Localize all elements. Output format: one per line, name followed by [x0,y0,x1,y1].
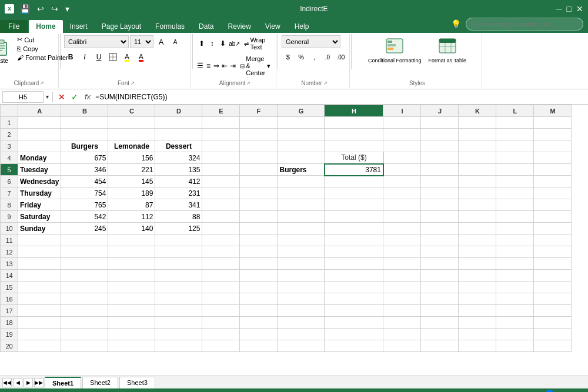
cell-k17[interactable] [459,305,496,317]
cell-m1[interactable] [534,117,572,129]
cell-k7[interactable] [459,187,496,199]
number-expand-icon[interactable]: ↗ [323,81,328,86]
formula-input[interactable] [95,91,586,103]
cell-i8[interactable] [383,199,421,211]
cell-b17[interactable] [61,305,108,317]
cell-l2[interactable] [496,129,534,140]
row-header-5[interactable]: 5 [1,164,18,176]
cell-f9[interactable] [240,211,278,223]
cell-k20[interactable] [459,340,496,352]
cell-d3[interactable]: Dessert [155,140,202,152]
tab-formulas[interactable]: Formulas [148,20,192,33]
cell-l9[interactable] [496,211,534,223]
cell-h18[interactable] [325,317,383,329]
number-format-select[interactable]: General Number Currency Percentage [282,35,340,48]
merge-center-button[interactable]: ⊟ Merge & Center ▾ [237,54,273,78]
cell-k12[interactable] [459,246,496,258]
cell-b19[interactable] [61,329,108,340]
tab-data[interactable]: Data [192,20,220,33]
cell-b1[interactable] [61,117,108,129]
cell-g17[interactable] [278,305,325,317]
cell-l10[interactable] [496,223,534,234]
cell-f10[interactable] [240,223,278,234]
cell-l16[interactable] [496,293,534,305]
alignment-expand-icon[interactable]: ↗ [246,81,250,86]
cell-j12[interactable] [421,246,459,258]
cell-b6[interactable]: 454 [61,176,108,187]
cell-a6[interactable]: Wednesday [18,176,61,187]
cell-k15[interactable] [459,282,496,293]
cell-h4[interactable]: Total ($) [325,152,383,164]
align-center-button[interactable]: ≡ [205,59,212,72]
cell-c7[interactable]: 189 [108,187,155,199]
cell-b7[interactable]: 754 [61,187,108,199]
cell-d4[interactable]: 324 [155,152,202,164]
cell-j1[interactable] [421,117,459,129]
cell-h20[interactable] [325,340,383,352]
cell-d1[interactable] [155,117,202,129]
cell-d19[interactable] [155,329,202,340]
cell-j10[interactable] [421,223,459,234]
tab-review[interactable]: Review [220,20,258,33]
cell-h7[interactable] [325,187,383,199]
align-bottom-button[interactable]: ⬇ [218,37,228,50]
cell-m13[interactable] [534,258,572,270]
cell-c6[interactable]: 145 [108,176,155,187]
cell-f15[interactable] [240,282,278,293]
cell-j13[interactable] [421,258,459,270]
cell-b11[interactable] [61,234,108,246]
cell-c2[interactable] [108,129,155,140]
sheet-nav-next[interactable]: ▶ [24,378,33,387]
cell-e4[interactable] [202,152,240,164]
cell-g16[interactable] [278,293,325,305]
cell-f5[interactable] [240,164,278,176]
paste-button[interactable]: Paste [0,35,14,65]
row-header-3[interactable]: 3 [1,140,18,152]
font-expand-icon[interactable]: ↗ [131,81,135,86]
align-middle-button[interactable]: ↕ [207,37,217,50]
cell-j2[interactable] [421,129,459,140]
cell-c19[interactable] [108,329,155,340]
cell-f16[interactable] [240,293,278,305]
cell-m15[interactable] [534,282,572,293]
cell-h14[interactable] [325,270,383,282]
cell-l14[interactable] [496,270,534,282]
cell-j8[interactable] [421,199,459,211]
close-button[interactable]: ✕ [576,4,583,14]
formula-cancel-button[interactable]: ✕ [56,92,67,102]
cell-b13[interactable] [61,258,108,270]
cell-i6[interactable] [383,176,421,187]
cell-e11[interactable] [202,234,240,246]
col-header-b[interactable]: B [61,105,108,117]
row-header-17[interactable]: 17 [1,305,18,317]
cell-h17[interactable] [325,305,383,317]
cell-i9[interactable] [383,211,421,223]
col-header-g[interactable]: G [278,105,325,117]
cell-i19[interactable] [383,329,421,340]
cell-d8[interactable]: 341 [155,199,202,211]
cell-e8[interactable] [202,199,240,211]
cell-f6[interactable] [240,176,278,187]
cell-b18[interactable] [61,317,108,329]
cell-k9[interactable] [459,211,496,223]
cell-e16[interactable] [202,293,240,305]
cell-c1[interactable] [108,117,155,129]
cell-k4[interactable] [459,152,496,164]
wrap-text-button[interactable]: ⇌ Wrap Text [241,35,273,52]
cell-b12[interactable] [61,246,108,258]
cell-j3[interactable] [421,140,459,152]
cell-e7[interactable] [202,187,240,199]
cell-g10[interactable] [278,223,325,234]
cell-k11[interactable] [459,234,496,246]
cell-i4[interactable] [383,152,421,164]
col-header-m[interactable]: M [534,105,572,117]
cell-a9[interactable]: Saturday [18,211,61,223]
cell-e13[interactable] [202,258,240,270]
cell-i5[interactable] [383,164,421,176]
cell-a15[interactable] [18,282,61,293]
cell-g11[interactable] [278,234,325,246]
cell-j9[interactable] [421,211,459,223]
cell-b20[interactable] [61,340,108,352]
cell-h1[interactable] [325,117,383,129]
cell-c3[interactable]: Lemonade [108,140,155,152]
